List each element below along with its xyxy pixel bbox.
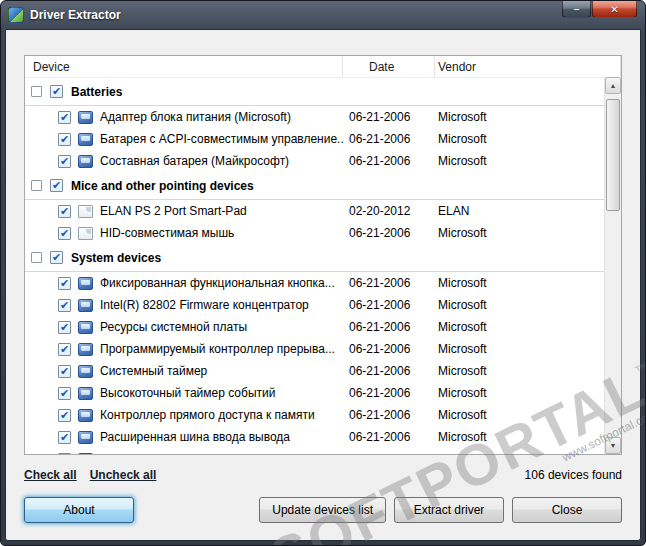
device-row[interactable]: Программируемый контроллер прерыва...06-… bbox=[25, 338, 604, 360]
group-row[interactable]: Mice and other pointing devices bbox=[25, 172, 604, 200]
device-vendor: Microsoft bbox=[435, 132, 604, 146]
device-icon bbox=[78, 321, 93, 334]
device-vendor: Microsoft bbox=[435, 386, 604, 400]
device-name-cell: Программируемый контроллер прерыва... bbox=[25, 342, 343, 356]
device-icon bbox=[78, 387, 93, 400]
driver-extractor-window: Driver Extractor – ✕ Device Date Vendor … bbox=[0, 0, 646, 546]
group-checkbox[interactable] bbox=[50, 251, 63, 264]
page-icon bbox=[78, 205, 93, 218]
device-date: 06-21-2006 bbox=[343, 342, 435, 356]
device-checkbox[interactable] bbox=[58, 155, 71, 168]
device-checkbox[interactable] bbox=[58, 299, 71, 312]
group-expand-checkbox[interactable] bbox=[31, 86, 42, 97]
device-name: Ресурсы системной платы bbox=[100, 320, 247, 334]
scroll-up-button[interactable]: ▲ bbox=[605, 77, 621, 94]
device-name: Составная батарея (Майкрософт) bbox=[100, 154, 289, 168]
close-dialog-button[interactable]: Close bbox=[512, 497, 622, 523]
devices-found-count: 106 devices found bbox=[525, 468, 622, 482]
uncheck-all-link[interactable]: Uncheck all bbox=[90, 468, 157, 482]
device-date: 06-21-2006 bbox=[343, 298, 435, 312]
scrollbar-thumb[interactable] bbox=[606, 99, 620, 211]
device-row[interactable]: Составная батарея (Майкрософт)06-21-2006… bbox=[25, 150, 604, 172]
device-name: Шина PCI bbox=[100, 452, 154, 455]
caption-buttons: – ✕ bbox=[562, 1, 637, 18]
device-name-cell: Системный таймер bbox=[25, 364, 343, 378]
device-icon bbox=[78, 409, 93, 422]
device-row[interactable]: Высокоточный таймер событий06-21-2006Mic… bbox=[25, 382, 604, 404]
device-name-cell: Батарея с ACPI-совместимым управление... bbox=[25, 132, 343, 146]
device-name: Адаптер блока питания (Microsoft) bbox=[100, 110, 291, 124]
device-date: 01-27-2012 bbox=[343, 452, 435, 455]
group-row[interactable]: Batteries bbox=[25, 78, 604, 106]
device-checkbox[interactable] bbox=[58, 111, 71, 124]
device-icon bbox=[78, 365, 93, 378]
device-row[interactable]: Системный таймер06-21-2006Microsoft bbox=[25, 360, 604, 382]
device-name: Расширенная шина ввода вывода bbox=[100, 430, 290, 444]
device-vendor: Microsoft bbox=[435, 154, 604, 168]
device-row[interactable]: Шина PCI01-27-2012Intel bbox=[25, 448, 604, 455]
check-all-link[interactable]: Check all bbox=[24, 468, 77, 482]
scroll-down-button[interactable]: ▼ bbox=[605, 437, 621, 454]
device-row[interactable]: Батарея с ACPI-совместимым управление...… bbox=[25, 128, 604, 150]
column-header-vendor[interactable]: Vendor bbox=[435, 56, 621, 77]
device-row[interactable]: Адаптер блока питания (Microsoft)06-21-2… bbox=[25, 106, 604, 128]
vertical-scrollbar[interactable]: ▲ ▼ bbox=[604, 77, 621, 454]
device-row[interactable]: Контроллер прямого доступа к памяти06-21… bbox=[25, 404, 604, 426]
device-checkbox[interactable] bbox=[58, 277, 71, 290]
device-vendor: Microsoft bbox=[435, 364, 604, 378]
device-icon bbox=[78, 299, 93, 312]
about-button[interactable]: About bbox=[24, 497, 134, 523]
device-name: Контроллер прямого доступа к памяти bbox=[100, 408, 315, 422]
extract-driver-button[interactable]: Extract driver bbox=[394, 497, 504, 523]
arrow-down-icon: ▼ bbox=[610, 442, 617, 449]
device-checkbox[interactable] bbox=[58, 431, 71, 444]
minimize-button[interactable]: – bbox=[562, 1, 591, 18]
group-checkbox[interactable] bbox=[50, 179, 63, 192]
device-name: Intel(R) 82802 Firmware концентратор bbox=[100, 298, 309, 312]
device-checkbox[interactable] bbox=[58, 321, 71, 334]
device-icon bbox=[78, 453, 93, 456]
device-row[interactable]: HID-совместимая мышь06-21-2006Microsoft bbox=[25, 222, 604, 244]
group-expand-checkbox[interactable] bbox=[31, 252, 42, 263]
device-checkbox[interactable] bbox=[58, 343, 71, 356]
window-title: Driver Extractor bbox=[30, 8, 121, 22]
group-expand-checkbox[interactable] bbox=[31, 180, 42, 191]
group-label: Batteries bbox=[71, 85, 122, 99]
device-table-body: BatteriesАдаптер блока питания (Microsof… bbox=[25, 78, 604, 455]
device-checkbox[interactable] bbox=[58, 205, 71, 218]
device-vendor: Intel bbox=[435, 452, 604, 455]
column-header-device[interactable]: Device bbox=[25, 56, 343, 77]
device-icon bbox=[78, 155, 93, 168]
device-row[interactable]: Intel(R) 82802 Firmware концентратор06-2… bbox=[25, 294, 604, 316]
close-button[interactable]: ✕ bbox=[592, 1, 637, 18]
group-row[interactable]: System devices bbox=[25, 244, 604, 272]
group-checkbox[interactable] bbox=[50, 85, 63, 98]
device-name: Программируемый контроллер прерыва... bbox=[100, 342, 335, 356]
device-date: 06-21-2006 bbox=[343, 320, 435, 334]
device-list: Device Date Vendor BatteriesАдаптер блок… bbox=[24, 55, 622, 455]
minimize-icon: – bbox=[574, 4, 580, 15]
titlebar[interactable]: Driver Extractor – ✕ bbox=[1, 1, 645, 29]
device-name: HID-совместимая мышь bbox=[100, 226, 234, 240]
device-row[interactable]: Ресурсы системной платы06-21-2006Microso… bbox=[25, 316, 604, 338]
device-checkbox[interactable] bbox=[58, 133, 71, 146]
update-devices-list-button[interactable]: Update devices list bbox=[259, 497, 386, 523]
device-vendor: Microsoft bbox=[435, 430, 604, 444]
device-row[interactable]: Фиксированная функциональная кнопка...06… bbox=[25, 272, 604, 294]
device-vendor: Microsoft bbox=[435, 408, 604, 422]
device-row[interactable]: Расширенная шина ввода вывода06-21-2006M… bbox=[25, 426, 604, 448]
device-checkbox[interactable] bbox=[58, 453, 71, 456]
column-header-date[interactable]: Date bbox=[343, 56, 435, 77]
device-icon bbox=[78, 133, 93, 146]
device-checkbox[interactable] bbox=[58, 409, 71, 422]
device-checkbox[interactable] bbox=[58, 227, 71, 240]
device-name-cell: Шина PCI bbox=[25, 452, 343, 455]
device-row[interactable]: ELAN PS 2 Port Smart-Pad02-20-2012ELAN bbox=[25, 200, 604, 222]
device-checkbox[interactable] bbox=[58, 387, 71, 400]
device-name-cell: Контроллер прямого доступа к памяти bbox=[25, 408, 343, 422]
device-name: Батарея с ACPI-совместимым управление... bbox=[100, 132, 343, 146]
app-icon bbox=[8, 7, 24, 23]
device-checkbox[interactable] bbox=[58, 365, 71, 378]
device-icon bbox=[78, 343, 93, 356]
selection-links-row: Check all Uncheck all 106 devices found bbox=[24, 468, 622, 482]
